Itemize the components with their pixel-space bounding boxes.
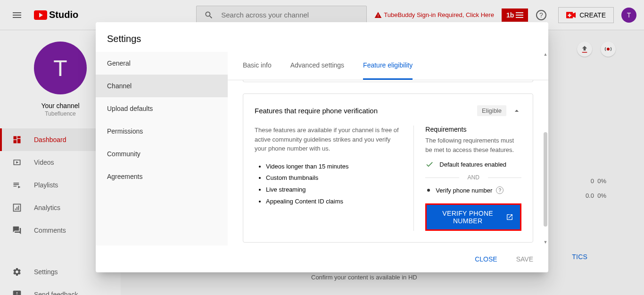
tabs: Basic info Advanced settings Feature eli…	[228, 52, 548, 80]
open-external-icon	[506, 213, 513, 221]
requirements-title: Requirements	[425, 126, 521, 133]
modal-title: Settings	[96, 22, 548, 52]
feature-item: Videos longer than 15 minutes	[266, 161, 402, 173]
modal-scrollbar[interactable]: ▲ ▼	[543, 52, 548, 245]
feature-item: Appealing Content ID claims	[266, 196, 402, 208]
modal-nav-agreements[interactable]: Agreements	[96, 165, 228, 188]
feature-list: Videos longer than 15 minutes Custom thu…	[266, 161, 402, 208]
help-tooltip[interactable]: ?	[496, 186, 504, 194]
settings-modal: Settings General Channel Upload defaults…	[96, 22, 548, 272]
modal-footer: CLOSE SAVE	[96, 245, 548, 272]
check-icon	[425, 160, 434, 169]
requirements-desc: The following requirements must be met t…	[425, 136, 521, 154]
scrollbar-thumb[interactable]	[544, 132, 547, 227]
modal-sidebar: General Channel Upload defaults Permissi…	[96, 52, 228, 245]
modal-nav-community[interactable]: Community	[96, 143, 228, 165]
card-description: These features are available if your cha…	[255, 126, 402, 153]
modal-nav-upload-defaults[interactable]: Upload defaults	[96, 97, 228, 120]
feature-item: Live streaming	[266, 184, 402, 196]
tab-advanced-settings[interactable]: Advanced settings	[290, 52, 344, 80]
eligible-badge: Eligible	[477, 105, 506, 116]
content-scroll[interactable]: Features that require phone verification…	[228, 80, 548, 245]
chevron-up-icon	[512, 106, 521, 116]
close-button[interactable]: CLOSE	[471, 252, 501, 267]
verify-phone-button[interactable]: VERIFY PHONE NUMBER	[427, 205, 520, 229]
save-button[interactable]: SAVE	[512, 252, 537, 267]
requirement-enabled: Default features enabled	[425, 160, 521, 169]
verify-highlight: VERIFY PHONE NUMBER	[425, 203, 521, 231]
modal-nav-general[interactable]: General	[96, 52, 228, 75]
card-title: Features that require phone verification	[255, 107, 378, 115]
tab-basic-info[interactable]: Basic info	[243, 52, 272, 80]
modal-content: Basic info Advanced settings Feature eli…	[228, 52, 548, 245]
phone-verification-card: Features that require phone verification…	[243, 93, 533, 243]
tab-feature-eligibility[interactable]: Feature eligibility	[363, 52, 413, 80]
collapse-button[interactable]	[512, 106, 521, 116]
bullet-icon	[427, 189, 430, 192]
scroll-down-arrow[interactable]: ▼	[543, 240, 548, 245]
modal-nav-permissions[interactable]: Permissions	[96, 120, 228, 143]
requirement-verify: Verify phone number ?	[425, 186, 521, 194]
feature-item: Custom thumbnails	[266, 172, 402, 184]
modal-nav-channel[interactable]: Channel	[96, 75, 228, 97]
scroll-up-arrow[interactable]: ▲	[543, 52, 548, 58]
and-divider: AND	[425, 174, 521, 181]
